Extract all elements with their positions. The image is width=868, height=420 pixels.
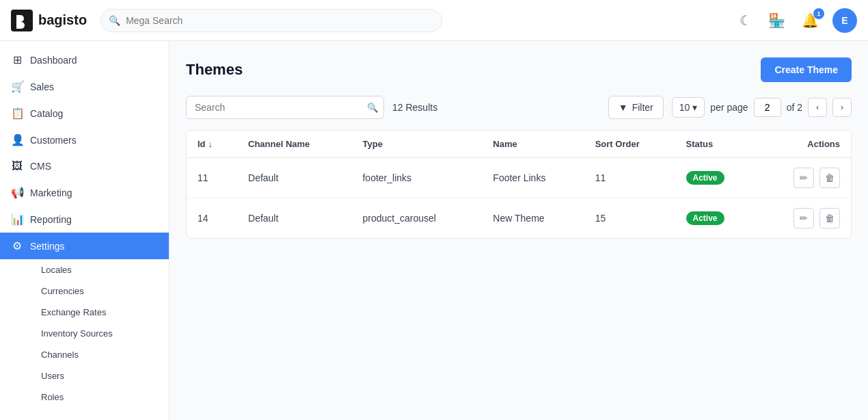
cell-type: footer_links <box>351 158 482 198</box>
per-page-select[interactable]: 10 ▾ <box>672 97 705 118</box>
sidebar-label-catalog: Catalog <box>30 108 63 119</box>
create-theme-button[interactable]: Create Theme <box>761 57 852 82</box>
sidebar-label-cms: CMS <box>30 161 51 172</box>
cell-status: Active <box>675 198 758 239</box>
status-badge: Active <box>686 171 724 185</box>
col-header-sort-order: Sort Order <box>584 131 675 158</box>
cell-status: Active <box>675 158 758 198</box>
table-row: 11 Default footer_links Footer Links 11 … <box>187 158 851 198</box>
moon-icon-button[interactable]: ☾ <box>737 10 755 31</box>
cell-actions: ✏ 🗑 <box>757 198 851 239</box>
edit-button[interactable]: ✏ <box>794 208 814 228</box>
table-row: 14 Default product_carousel New Theme 15… <box>187 198 851 239</box>
cell-id: 11 <box>187 158 237 198</box>
filter-button[interactable]: ▼ Filter <box>608 96 664 119</box>
logo[interactable]: bagisto <box>11 10 87 31</box>
page-title: Themes <box>186 61 243 79</box>
customers-icon: 👤 <box>11 133 23 146</box>
sidebar-label-dashboard: Dashboard <box>30 55 77 66</box>
results-count: 12 Results <box>392 102 437 113</box>
sidebar-item-marketing[interactable]: 📢 Marketing <box>0 179 169 206</box>
mega-search-bar: 🔍 <box>100 9 442 32</box>
pagination-area: 10 ▾ per page of 2 ‹ › <box>672 97 852 118</box>
mega-search-input[interactable] <box>100 9 442 32</box>
catalog-icon: 📋 <box>11 107 23 120</box>
sort-icon[interactable]: ↓ <box>208 139 213 149</box>
next-page-button[interactable]: › <box>832 98 852 117</box>
reporting-icon: 📊 <box>11 213 23 226</box>
sidebar-sub-locales[interactable]: Locales <box>30 259 169 280</box>
edit-button[interactable]: ✏ <box>794 168 814 188</box>
moon-icon: ☾ <box>740 13 752 28</box>
search-icon: 🔍 <box>367 103 379 113</box>
col-header-name: Name <box>482 131 584 158</box>
col-header-actions: Actions <box>757 131 851 158</box>
cell-name: Footer Links <box>482 158 584 198</box>
cell-channel: Default <box>237 158 351 198</box>
sidebar-item-dashboard[interactable]: ⊞ Dashboard <box>0 47 169 73</box>
filter-label: Filter <box>632 102 653 113</box>
search-input[interactable] <box>186 96 384 119</box>
cell-type: product_carousel <box>351 198 482 239</box>
store-icon: 🏪 <box>768 13 785 28</box>
sidebar-item-catalog[interactable]: 📋 Catalog <box>0 100 169 127</box>
page-header: Themes Create Theme <box>186 57 852 82</box>
sidebar-sub-exchange-rates[interactable]: Exchange Rates <box>30 302 169 323</box>
dashboard-icon: ⊞ <box>11 53 23 66</box>
col-header-id: Id ↓ <box>187 131 237 158</box>
col-header-status: Status <box>675 131 758 158</box>
per-page-value: 10 <box>679 102 690 113</box>
sidebar-sub-roles[interactable]: Roles <box>30 386 169 408</box>
marketing-icon: 📢 <box>11 186 23 199</box>
sidebar-sub-currencies[interactable]: Currencies <box>30 280 169 302</box>
cms-icon: 🖼 <box>11 160 23 172</box>
notification-badge: 1 <box>813 8 824 19</box>
filter-icon: ▼ <box>619 102 628 113</box>
of-pages-label: of 2 <box>787 102 802 113</box>
avatar[interactable]: E <box>832 8 857 33</box>
logo-icon <box>11 10 33 31</box>
page-number-input[interactable] <box>754 98 781 117</box>
cell-actions: ✏ 🗑 <box>757 158 851 198</box>
main-content: Themes Create Theme 🔍 12 Results ▼ Filte… <box>169 41 868 420</box>
cell-sort-order: 11 <box>584 158 675 198</box>
sidebar-label-reporting: Reporting <box>30 214 72 225</box>
sidebar-item-customers[interactable]: 👤 Customers <box>0 127 169 153</box>
sidebar-sub-inventory-sources[interactable]: Inventory Sources <box>30 323 169 344</box>
toolbar: 🔍 12 Results ▼ Filter 10 ▾ per page of 2… <box>186 96 852 119</box>
col-header-channel: Channel Name <box>237 131 351 158</box>
sidebar-label-settings: Settings <box>30 241 65 252</box>
top-navigation: bagisto 🔍 ☾ 🏪 🔔 1 E <box>0 0 868 41</box>
settings-sub-menu: Locales Currencies Exchange Rates Invent… <box>0 259 169 408</box>
status-badge: Active <box>686 211 724 225</box>
sidebar-label-marketing: Marketing <box>30 187 72 198</box>
sales-icon: 🛒 <box>11 80 23 93</box>
sidebar-item-sales[interactable]: 🛒 Sales <box>0 73 169 100</box>
per-page-label: per page <box>710 102 748 113</box>
sidebar-item-reporting[interactable]: 📊 Reporting <box>0 206 169 233</box>
sidebar-label-customers: Customers <box>30 135 77 146</box>
settings-icon: ⚙ <box>11 239 23 252</box>
sidebar-sub-users[interactable]: Users <box>30 365 169 386</box>
sidebar-item-cms[interactable]: 🖼 CMS <box>0 153 169 179</box>
search-wrap: 🔍 <box>186 96 384 119</box>
sidebar-item-settings[interactable]: ⚙ Settings <box>0 233 169 259</box>
search-submit-button[interactable]: 🔍 <box>367 103 379 113</box>
cell-channel: Default <box>237 198 351 239</box>
logo-text: bagisto <box>38 12 87 28</box>
col-header-type: Type <box>351 131 482 158</box>
delete-button[interactable]: 🗑 <box>819 168 840 188</box>
sidebar-label-sales: Sales <box>30 81 54 92</box>
themes-table: Id ↓ Channel Name Type Name Sort Order S… <box>186 130 852 239</box>
notification-button[interactable]: 🔔 1 <box>799 10 822 31</box>
cell-id: 14 <box>187 198 237 239</box>
mega-search-icon: 🔍 <box>109 15 120 26</box>
sidebar: ⊞ Dashboard 🛒 Sales 📋 Catalog 👤 Customer… <box>0 41 169 420</box>
delete-button[interactable]: 🗑 <box>819 208 840 228</box>
dropdown-icon: ▾ <box>692 102 697 113</box>
main-layout: ⊞ Dashboard 🛒 Sales 📋 Catalog 👤 Customer… <box>0 41 868 420</box>
store-icon-button[interactable]: 🏪 <box>765 10 788 31</box>
prev-page-button[interactable]: ‹ <box>808 98 827 117</box>
cell-sort-order: 15 <box>584 198 675 239</box>
sidebar-sub-channels[interactable]: Channels <box>30 344 169 365</box>
